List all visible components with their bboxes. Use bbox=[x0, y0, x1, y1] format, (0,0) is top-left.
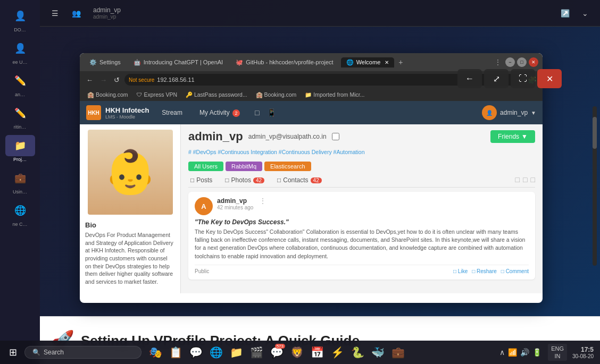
overlay-fullscreen-btn[interactable]: ⛶ bbox=[511, 69, 535, 88]
sidebar-label-2: ee U… bbox=[12, 60, 27, 65]
hkh-stream-btn[interactable]: Stream bbox=[157, 107, 187, 118]
browser-tab-github[interactable]: 🐙 GitHub - hkhcoder/vprofile-project bbox=[230, 57, 338, 67]
sidebar-item-6[interactable]: 💼 Usin… bbox=[0, 165, 40, 197]
minimize-btn[interactable]: − bbox=[505, 57, 515, 67]
sidebar-item-4[interactable]: ✏️ ritin… bbox=[0, 100, 40, 132]
taskbar: ⊞ 🔍 Search 🎭 📋 💬 🌐 📁 🎬 💬 573 🦁 bbox=[0, 341, 600, 364]
taskbar-netflix-btn[interactable]: 🎬 bbox=[247, 343, 266, 362]
taskbar-linkedin-btn[interactable]: 💼 bbox=[388, 343, 407, 362]
bookmark-booking2[interactable]: 🏨 Booking.com bbox=[253, 91, 300, 99]
scrollbar[interactable] bbox=[593, 106, 597, 266]
sidebar-item-2[interactable]: 👤 ee U… bbox=[0, 36, 40, 67]
people-icon-btn[interactable]: 👥 bbox=[68, 5, 85, 22]
tab-icon-1[interactable]: □ bbox=[515, 175, 520, 185]
overlay-back-btn[interactable]: ← bbox=[457, 69, 482, 88]
taskbar-files-btn[interactable]: 📋 bbox=[166, 343, 185, 362]
taskbar-explorer-btn[interactable]: 📁 bbox=[227, 343, 246, 362]
sidebar-item-proj[interactable]: 📁 Proj… bbox=[0, 133, 40, 164]
chevron-down-btn[interactable]: ⌄ bbox=[577, 5, 594, 22]
search-icon: 🔍 bbox=[32, 349, 40, 356]
taskbar-teams-btn[interactable]: 💬 bbox=[186, 343, 205, 362]
tab-photos[interactable]: □ Photos 42 bbox=[223, 175, 266, 185]
like-btn[interactable]: □ Like bbox=[453, 268, 468, 274]
sidebar-icon-4[interactable]: ✏️ bbox=[5, 103, 35, 124]
taskbar-python-btn[interactable]: 🐍 bbox=[348, 343, 367, 362]
filter-elasticsearch[interactable]: Elasticsearch bbox=[264, 162, 311, 171]
overlay-resize-btn[interactable]: ⤢ bbox=[484, 69, 509, 88]
toggle-sidebar-btn[interactable]: ☰ bbox=[46, 5, 63, 22]
tab-posts[interactable]: □ Posts bbox=[188, 175, 214, 185]
sidebar-icon-proj[interactable]: 📁 bbox=[5, 135, 35, 156]
maximize-btn[interactable]: □ bbox=[517, 57, 527, 67]
network-icon[interactable]: 📶 bbox=[508, 348, 517, 357]
sidebar-icon-6[interactable]: 💼 bbox=[5, 167, 35, 189]
back-btn[interactable]: ← bbox=[84, 75, 95, 85]
taskbar-search[interactable]: 🔍 Search bbox=[24, 346, 141, 359]
tab-icon-3[interactable]: □ bbox=[531, 175, 535, 185]
forward-btn[interactable]: → bbox=[98, 75, 109, 85]
profile-username: admin_vp bbox=[188, 130, 243, 143]
sidebar-item-3[interactable]: ✏️ an… bbox=[0, 68, 40, 99]
close-welcome-tab[interactable]: ✕ bbox=[385, 60, 389, 65]
taskbar-edge-btn[interactable]: 🌐 bbox=[206, 343, 226, 362]
close-window-btn[interactable]: ✕ bbox=[529, 57, 538, 67]
taskbar-calendar-btn[interactable]: 📅 bbox=[307, 343, 327, 362]
language-indicator[interactable]: ENGIN bbox=[548, 344, 567, 361]
filter-rabbitmq[interactable]: RabbitMq bbox=[226, 162, 262, 171]
sidebar-icon-2[interactable]: 👤 bbox=[5, 38, 35, 59]
taskbar-brave-btn[interactable]: 🦁 bbox=[287, 343, 306, 362]
start-button[interactable]: ⊞ bbox=[3, 343, 22, 362]
taskbar-widget-btn[interactable]: 🎭 bbox=[146, 343, 165, 362]
window-overlay-controls: ← ⤢ ⛶ ✕ bbox=[457, 69, 562, 88]
tab-icon-2[interactable]: □ bbox=[523, 175, 527, 185]
sound-icon[interactable]: 🔊 bbox=[520, 348, 529, 357]
post-header: A admin_vp 42 minutes ago ⋮ bbox=[195, 197, 529, 215]
taskbar-docker-btn[interactable]: 🐳 bbox=[368, 343, 387, 362]
taskbar-vscode-btn[interactable]: ⚡ bbox=[328, 343, 347, 362]
reshare-btn[interactable]: □ Reshare bbox=[472, 268, 497, 274]
scroll-thumb[interactable] bbox=[593, 117, 597, 149]
browser-tab-settings[interactable]: ⚙️ Settings bbox=[84, 57, 126, 67]
date-display: 30-08-20 bbox=[572, 353, 594, 359]
post-options-btn[interactable]: ⋮ bbox=[260, 197, 266, 205]
profile-checkbox[interactable] bbox=[332, 133, 339, 140]
sidebar-icon-1[interactable]: 👤 bbox=[5, 5, 35, 27]
post-body: The Key to DevOps Success" Collaboration… bbox=[195, 228, 529, 260]
sidebar-item-1[interactable]: 👤 DO… bbox=[0, 3, 40, 35]
bio-title: Bio bbox=[85, 221, 175, 229]
post-card: A admin_vp 42 minutes ago ⋮ "The Key to … bbox=[188, 192, 535, 280]
hkh-icon-phone[interactable]: 📱 bbox=[265, 106, 278, 119]
taskbar-whatsapp-btn[interactable]: 💬 573 bbox=[267, 343, 286, 362]
tab-contacts[interactable]: □ Contacts 42 bbox=[275, 175, 324, 185]
show-hidden-icons-btn[interactable]: ∧ bbox=[499, 348, 505, 357]
bookmark-booking[interactable]: 🏨 Booking.com bbox=[84, 91, 131, 99]
system-clock[interactable]: 17:5 30-08-20 bbox=[569, 346, 597, 359]
hkh-logo[interactable]: HKH HKH Infotech LMS - Moodle bbox=[86, 105, 149, 120]
files-icon: 📋 bbox=[169, 346, 182, 359]
windows-logo-icon: ⊞ bbox=[9, 346, 17, 358]
bookmark-lastpass[interactable]: 🔑 LastPass password... bbox=[182, 91, 251, 99]
battery-icon[interactable]: 🔋 bbox=[532, 348, 541, 357]
comment-btn[interactable]: □ Comment bbox=[501, 268, 529, 274]
browser-tab-welcome[interactable]: 🌐 Welcome ✕ bbox=[341, 57, 395, 67]
friends-button[interactable]: Friends ▼ bbox=[490, 130, 535, 143]
open-external-btn[interactable]: ↗️ bbox=[556, 5, 573, 22]
hkh-icon-square[interactable]: □ bbox=[253, 106, 261, 119]
top-profile-sub: admin_vp bbox=[93, 14, 121, 20]
tabs-more-btn[interactable]: ⋮ bbox=[495, 58, 501, 66]
hkh-activity-btn[interactable]: My Activity 2 bbox=[195, 107, 244, 119]
sidebar-icon-3[interactable]: ✏️ bbox=[5, 70, 35, 91]
new-tab-btn[interactable]: + bbox=[398, 58, 403, 66]
filter-all-users[interactable]: All Users bbox=[188, 162, 223, 171]
search-label: Search bbox=[44, 349, 64, 356]
overlay-close-btn[interactable]: ✕ bbox=[537, 69, 562, 88]
hkh-navbar: HKH HKH Infotech LMS - Moodle Stream My … bbox=[80, 101, 543, 124]
bookmark-vpn[interactable]: 🛡 Express VPN bbox=[134, 91, 180, 98]
reload-btn[interactable]: ↺ bbox=[112, 75, 122, 85]
sidebar-icon-7[interactable]: 🌐 bbox=[5, 200, 35, 221]
hkh-user-menu[interactable]: 👤 admin_vp ▼ bbox=[482, 105, 536, 120]
sidebar-item-7[interactable]: 🌐 ne C… bbox=[0, 198, 40, 229]
chatgpt-favicon: 🤖 bbox=[134, 59, 141, 66]
browser-tab-chatgpt[interactable]: 🤖 Introducing ChatGPT | OpenAI bbox=[128, 57, 228, 67]
bookmark-imported[interactable]: 📁 Imported from Micr... bbox=[302, 91, 368, 99]
